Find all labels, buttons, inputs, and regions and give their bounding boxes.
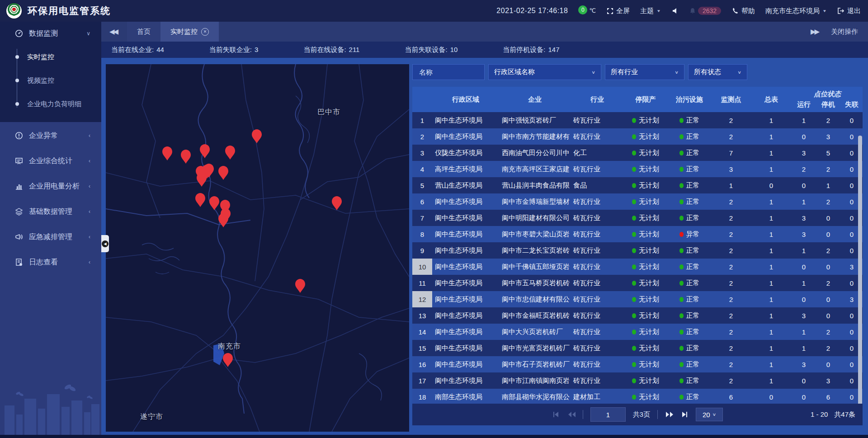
- temperature-unit: ℃: [589, 7, 596, 14]
- sidebar-subitem-2[interactable]: 企业电力负荷明细: [0, 92, 101, 116]
- prev-page-button[interactable]: [567, 411, 576, 418]
- sidebar-item-0[interactable]: 数据监测∨: [0, 22, 101, 45]
- status-dot-green: [632, 297, 636, 302]
- tabs-scroll-right-button[interactable]: ▶▶: [811, 28, 818, 36]
- cell-monitor: 2: [712, 372, 750, 389]
- facility-status-text: 正常: [686, 295, 700, 304]
- cell-region: 阆中生态环境局: [432, 242, 499, 259]
- table-scrollbar[interactable]: [858, 136, 862, 404]
- table-row[interactable]: 5营山生态环境局营山县润丰肉食品有限食品无计划正常10010: [412, 177, 863, 193]
- table-row[interactable]: 9阆中生态环境局阆中市二龙长宝页岩砖砖瓦行业无计划正常21120: [412, 242, 863, 259]
- cell-meter: 1: [750, 145, 792, 161]
- cell-stop-status: 无计划: [624, 145, 667, 161]
- cell-industry: 砖瓦行业: [571, 242, 624, 259]
- table-row[interactable]: 15阆中生态环境局阆中市光富页岩机砖厂砖瓦行业无计划正常21120: [412, 340, 863, 356]
- map-pin[interactable]: [218, 213, 228, 227]
- map-pin[interactable]: [197, 173, 207, 187]
- map-pin[interactable]: [225, 146, 235, 160]
- cell-run: 0: [792, 372, 816, 389]
- fullscreen-button[interactable]: 全屏: [606, 7, 630, 15]
- map-pin[interactable]: [200, 144, 210, 158]
- logout-button[interactable]: 退出: [837, 7, 861, 15]
- table-row[interactable]: 10阆中生态环境局阆中千佛镇五郎垭页岩砖瓦行业无计划正常21003: [412, 259, 863, 275]
- page-size-select[interactable]: 20 ∨: [696, 408, 723, 421]
- status-filter-value: 所有状态: [694, 68, 721, 76]
- close-operations-button[interactable]: 关闭操作: [831, 28, 858, 36]
- table-row[interactable]: 11阆中生态环境局阆中市五马桥页岩机砖砖瓦行业无计划正常21120: [412, 275, 863, 291]
- status-filter-select[interactable]: 所有状态 ∨: [688, 64, 747, 80]
- map-pin[interactable]: [218, 166, 228, 180]
- bullet-dot-icon: [15, 79, 19, 82]
- chevron-down-icon: ∨: [86, 30, 90, 37]
- sidebar-subitem-1[interactable]: 视频监控: [0, 69, 101, 92]
- notifications-button[interactable]: 2632: [689, 7, 721, 15]
- status-dot-green: [679, 395, 684, 400]
- col-region: 行政区域: [432, 87, 499, 112]
- chevron-left-icon: ‹: [89, 234, 90, 240]
- mute-button[interactable]: [671, 7, 679, 14]
- theme-dropdown[interactable]: 主题 ▼: [640, 7, 661, 15]
- sidebar-sections: 企业异常‹企业综合统计‹企业用电量分析‹基础数据管理‹应急减排管理‹日志查看‹: [0, 124, 101, 274]
- map-pin[interactable]: [181, 150, 191, 164]
- cell-industry: 砖瓦行业: [571, 324, 624, 340]
- sidebar-subitem-0[interactable]: 实时监控: [0, 45, 101, 69]
- sidebar-item-5[interactable]: 应急减排管理‹: [0, 225, 101, 249]
- industry-filter-select[interactable]: 所有行业 ∨: [605, 64, 684, 80]
- cell-monitor: 2: [712, 226, 750, 242]
- sidebar-item-label: 应急减排管理: [29, 232, 72, 242]
- map-pin[interactable]: [252, 129, 262, 143]
- sidebar-item-4[interactable]: 基础数据管理‹: [0, 200, 101, 223]
- speaker-icon: [671, 7, 679, 14]
- sidebar-item-label: 日志查看: [29, 258, 58, 267]
- map-pin[interactable]: [195, 193, 205, 207]
- table-row[interactable]: 14阆中生态环境局阆中大兴页岩机砖厂砖瓦行业无计划正常21120: [412, 324, 863, 340]
- sidebar-item-3[interactable]: 企业用电量分析‹: [0, 174, 101, 198]
- table-row[interactable]: 16阆中生态环境局阆中市石子页岩机砖厂砖瓦行业无计划正常21300: [412, 356, 863, 372]
- org-dropdown[interactable]: 南充市生态环境局 ▼: [765, 7, 827, 15]
- cell-facility-status: 正常: [667, 242, 712, 259]
- table-row[interactable]: 2阆中生态环境局阆中市南方节能建材有砖瓦行业无计划正常21030: [412, 128, 863, 145]
- status-dot-green: [679, 199, 684, 204]
- cell-region: 阆中生态环境局: [432, 291, 499, 307]
- page-number-input[interactable]: [590, 407, 626, 422]
- help-button[interactable]: 帮助: [731, 7, 755, 15]
- map-pin[interactable]: [332, 196, 342, 210]
- sidebar-item-1[interactable]: 企业异常‹: [0, 124, 101, 147]
- table-row[interactable]: 4高坪生态环境局南充市高坪区王家店建砖瓦行业无计划正常31220: [412, 161, 863, 177]
- sidebar-item-2[interactable]: 企业综合统计‹: [0, 149, 101, 173]
- close-icon[interactable]: ✕: [201, 28, 209, 36]
- table-row[interactable]: 7阆中生态环境局阆中明阳建材有限公司砖瓦行业无计划正常21300: [412, 210, 863, 226]
- cell-rownum: 14: [412, 324, 432, 340]
- map-panel[interactable]: 巴中市南充市遂宁市: [106, 64, 409, 432]
- cell-down: 0: [816, 259, 841, 275]
- facility-status-text: 正常: [686, 279, 700, 287]
- map-pin[interactable]: [209, 196, 219, 210]
- tab-0[interactable]: 首页: [127, 22, 160, 42]
- map-canvas: [106, 64, 409, 432]
- first-page-button[interactable]: [552, 411, 560, 418]
- map-pin[interactable]: [162, 146, 172, 160]
- table-row[interactable]: 13阆中生态环境局阆中市金福旺页岩机砖砖瓦行业无计划正常21300: [412, 307, 863, 324]
- region-filter-select[interactable]: 行政区域名称 ∨: [488, 64, 601, 80]
- status-dot-green: [679, 346, 684, 351]
- tab-1[interactable]: 实时监控✕: [160, 22, 219, 42]
- table-row[interactable]: 8阆中生态环境局阆中市枣碧大梁山页岩砖瓦行业无计划异常21300: [412, 226, 863, 242]
- cell-rownum: 6: [412, 193, 432, 210]
- last-page-button[interactable]: [680, 411, 689, 418]
- table-row[interactable]: 1阆中生态环境局阆中强锐页岩砖厂砖瓦行业无计划正常21120: [412, 112, 863, 128]
- map-pin[interactable]: [295, 279, 305, 293]
- table-row[interactable]: 3仪陇生态环境局西南油气田分公司川中化工无计划正常71350: [412, 145, 863, 161]
- next-page-button[interactable]: [665, 411, 673, 418]
- sidebar-item-6[interactable]: 日志查看‹: [0, 250, 101, 274]
- name-filter-input[interactable]: [418, 68, 479, 76]
- tabs-scroll-left-button[interactable]: ◀◀: [109, 28, 117, 36]
- table-row[interactable]: 17阆中生态环境局阆中市江南镇阆南页岩砖瓦行业无计划正常21030: [412, 372, 863, 389]
- facility-status-text: 正常: [686, 328, 700, 336]
- table-row[interactable]: 18南部生态环境局南部县砌华水泥有限公建材加工无计划正常60060: [412, 389, 863, 404]
- chevron-down-icon: ▼: [656, 9, 661, 13]
- logout-icon: [837, 7, 844, 14]
- sidebar-collapse-toggle[interactable]: ◀: [101, 235, 109, 252]
- table-row[interactable]: 6阆中生态环境局阆中市金博瑞新型墙材砖瓦行业无计划正常21120: [412, 193, 863, 210]
- cell-region: 高坪生态环境局: [432, 161, 499, 177]
- table-row[interactable]: 12阆中生态环境局阆中市忠信建材有限公砖瓦行业无计划正常21003: [412, 291, 863, 307]
